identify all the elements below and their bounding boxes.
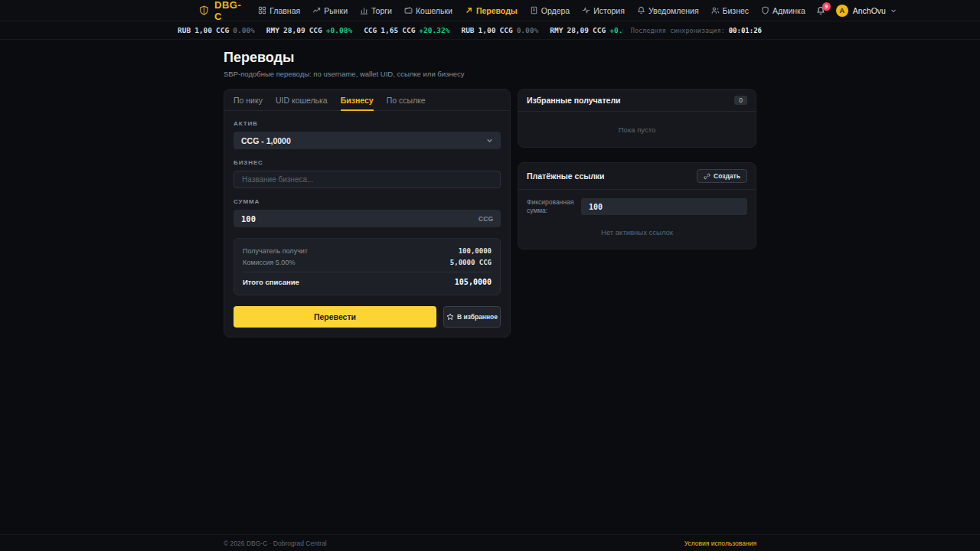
page-title: Переводы: [224, 50, 756, 66]
nav-item-trading[interactable]: Торги: [360, 6, 392, 15]
favorites-title: Избранные получатели: [527, 96, 621, 105]
ticker-item: RUB1,00CCG0.00%: [178, 26, 255, 34]
nav-item-wallets[interactable]: Кошельки: [404, 6, 452, 15]
nav-label: Кошельки: [416, 6, 452, 15]
tab-wallet-uid[interactable]: UID кошелька: [276, 90, 328, 110]
transfer-summary: Получатель получит 100,0000 Комиссия 5.0…: [234, 238, 501, 295]
notification-count-badge: 9: [822, 2, 831, 11]
wallet-icon: [404, 6, 413, 15]
main-nav: Главная Рынки Торги Кошельки Переводы Ор…: [258, 6, 805, 15]
chevron-down-icon: [890, 8, 897, 14]
brand-name: DBG-C: [214, 0, 241, 22]
add-favorite-button[interactable]: В избранное: [443, 306, 501, 328]
fixed-amount-label: Фиксированная сумма:: [527, 198, 574, 214]
arrow-up-right-icon: [465, 6, 473, 15]
tab-by-nick[interactable]: По нику: [234, 90, 263, 110]
nav-label: Торги: [371, 6, 392, 15]
nav-label: Уведомления: [648, 6, 699, 15]
transfer-card: По нику UID кошелька Бизнесу По ссылке А…: [224, 89, 511, 337]
page-footer: © 2026 DBG-C · Dobrograd Central Условия…: [0, 534, 980, 551]
nav-item-notifications[interactable]: Уведомления: [637, 6, 699, 15]
nav-label: Админка: [773, 6, 805, 15]
favorites-count-badge: 0: [734, 96, 747, 105]
nav-item-home[interactable]: Главная: [258, 6, 300, 15]
user-name: AnchOvu: [853, 6, 886, 15]
amount-label: СУММА: [234, 198, 501, 205]
page-subtitle: SBP-подобные переводы: по username, wall…: [224, 70, 756, 78]
avatar: A: [836, 5, 848, 17]
tab-business[interactable]: Бизнесу: [341, 90, 374, 110]
sync-time: 00:01:26: [729, 27, 762, 34]
shield-icon: [761, 6, 769, 15]
sync-label: Последняя синхронизация:: [631, 27, 725, 34]
asset-label: АКТИВ: [234, 120, 501, 127]
favorites-panel: Избранные получатели 0 Пока пусто: [518, 89, 756, 148]
ticker-item: CCG1,65CCG+20.32%: [364, 26, 449, 34]
grid-icon: [258, 6, 266, 15]
favorites-empty-text: Пока пусто: [518, 126, 756, 134]
nav-item-transfers[interactable]: Переводы: [465, 6, 518, 15]
top-header: DBG-C Главная Рынки Торги Кошельки Перев…: [0, 0, 980, 21]
star-icon: [446, 313, 454, 321]
price-ticker-bar: RUB1,00CCG0.00% RMY28,09CCG+0.08% CCG1,6…: [0, 21, 980, 40]
amount-field: CCG: [234, 210, 501, 227]
nav-label: Главная: [270, 6, 300, 15]
payment-links-panel: Платёжные ссылки Создать Фиксированная с…: [518, 162, 756, 249]
amount-suffix: CCG: [479, 215, 493, 223]
chevron-down-icon: [486, 137, 493, 144]
nav-label: Бизнес: [723, 6, 749, 15]
activity-icon: [582, 6, 590, 15]
bell-icon: [637, 6, 645, 15]
asset-select-value: CCG - 1,0000: [241, 136, 486, 145]
ticker-item: RUB1,00CCG0.00%: [461, 26, 538, 34]
transfer-tabs: По нику UID кошелька Бизнесу По ссылке: [224, 90, 510, 111]
nav-label: История: [593, 6, 625, 15]
summary-row-fee: Комиссия 5.00% 5,0000 CCG: [243, 256, 492, 268]
nav-item-admin[interactable]: Админка: [761, 6, 805, 15]
user-menu[interactable]: A AnchOvu: [836, 5, 897, 17]
business-input[interactable]: [234, 171, 501, 188]
ticker-item: RMY28,09CCG+0.08%: [266, 26, 352, 34]
links-empty-text: Нет активных ссылок: [527, 228, 747, 236]
nav-item-markets[interactable]: Рынки: [312, 6, 348, 15]
transfer-submit-button[interactable]: Перевести: [234, 306, 436, 328]
nav-label: Ордера: [541, 6, 570, 15]
asset-select[interactable]: CCG - 1,0000: [234, 132, 501, 149]
payment-links-title: Платёжные ссылки: [527, 171, 605, 181]
tab-by-link[interactable]: По ссылке: [387, 90, 426, 110]
users-icon: [711, 6, 720, 15]
brand-logo[interactable]: DBG-C: [199, 0, 241, 22]
link-icon: [704, 173, 710, 180]
amount-input[interactable]: [241, 214, 479, 223]
bar-chart-icon: [360, 6, 368, 15]
summary-row-total: Итого списание 105,0000: [243, 272, 492, 289]
nav-item-business[interactable]: Бизнес: [711, 6, 749, 15]
nav-label: Рынки: [324, 6, 348, 15]
nav-item-history[interactable]: История: [582, 6, 625, 15]
summary-row-receive: Получатель получит 100,0000: [243, 245, 492, 256]
file-icon: [530, 6, 538, 15]
notifications-bell-button[interactable]: 9: [816, 6, 825, 15]
last-sync: Последняя синхронизация: 00:01:26: [623, 21, 762, 39]
shield-logo-icon: [199, 5, 209, 15]
trend-icon: [312, 6, 321, 15]
footer-copyright: © 2026 DBG-C · Dobrograd Central: [224, 540, 327, 547]
create-link-button[interactable]: Создать: [697, 169, 747, 183]
business-label: БИЗНЕС: [234, 159, 501, 166]
nav-item-orders[interactable]: Ордера: [530, 6, 570, 15]
nav-label: Переводы: [476, 6, 518, 15]
fixed-amount-input[interactable]: [581, 198, 747, 215]
terms-link[interactable]: Условия использования: [684, 540, 756, 547]
